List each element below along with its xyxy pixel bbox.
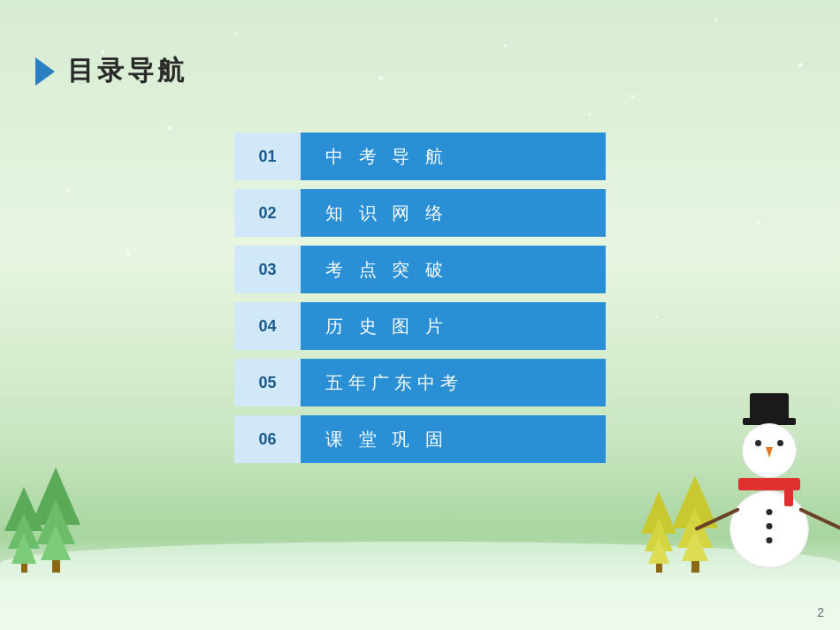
toc-label-1: 中 考 导 航 bbox=[301, 133, 606, 180]
toc-row[interactable]: 02知 识 网 络 bbox=[234, 189, 606, 237]
toc-row[interactable]: 05五年广东中考 bbox=[234, 359, 606, 406]
toc-row[interactable]: 06课 堂 巩 固 bbox=[234, 415, 606, 463]
page-number: 2 bbox=[817, 605, 824, 619]
toc-row[interactable]: 04历 史 图 片 bbox=[234, 302, 606, 350]
page-title: 目录导航 bbox=[67, 53, 187, 89]
toc-num-2: 02 bbox=[234, 189, 301, 237]
title-arrow-icon bbox=[35, 57, 55, 86]
toc-num-3: 03 bbox=[234, 246, 301, 293]
toc-num-1: 01 bbox=[234, 133, 301, 180]
toc-label-5: 五年广东中考 bbox=[301, 359, 606, 406]
toc-row[interactable]: 03考 点 突 破 bbox=[234, 246, 606, 293]
toc-label-2: 知 识 网 络 bbox=[301, 189, 606, 237]
toc-num-6: 06 bbox=[234, 415, 301, 463]
toc-table: 01中 考 导 航02知 识 网 络03考 点 突 破04历 史 图 片05五年… bbox=[234, 133, 606, 472]
page-container: 目录导航 01中 考 导 航02知 识 网 络03考 点 突 破04历 史 图 … bbox=[0, 0, 840, 630]
toc-num-5: 05 bbox=[234, 359, 301, 406]
toc-row[interactable]: 01中 考 导 航 bbox=[234, 133, 606, 180]
toc-label-6: 课 堂 巩 固 bbox=[301, 415, 606, 463]
toc-label-4: 历 史 图 片 bbox=[301, 302, 606, 350]
toc-label-3: 考 点 突 破 bbox=[301, 246, 606, 293]
title-area: 目录导航 bbox=[35, 53, 187, 89]
toc-num-4: 04 bbox=[234, 302, 301, 350]
